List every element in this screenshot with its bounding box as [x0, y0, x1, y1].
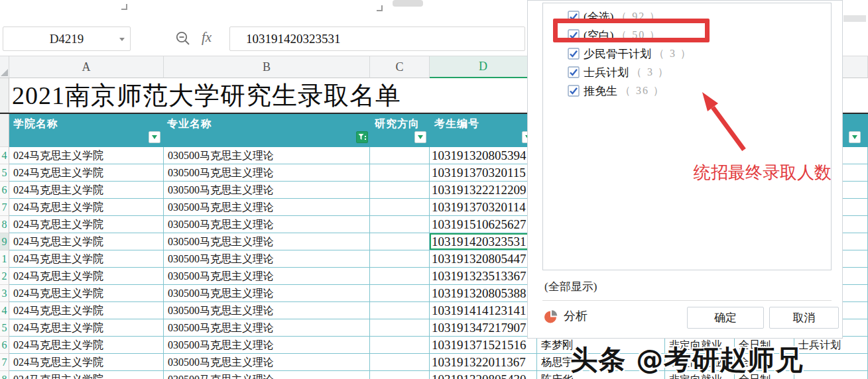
cell-major[interactable]: 030500马克思主义理论: [164, 268, 370, 285]
cell-candidate-id[interactable]: 103191370320115: [430, 164, 537, 182]
row-header[interactable]: 2: [0, 268, 9, 285]
row-header[interactable]: 8: [0, 216, 9, 233]
cell-college[interactable]: 024马克思主义学院: [9, 164, 164, 182]
cell-major[interactable]: 030500马克思主义理论: [164, 302, 370, 319]
cell-direction[interactable]: [370, 354, 430, 371]
cell-direction[interactable]: [370, 250, 430, 268]
column-header-b[interactable]: B: [164, 56, 370, 78]
cell-college[interactable]: 024马克思主义学院: [9, 354, 164, 371]
analyze-action[interactable]: 分析: [544, 308, 588, 324]
filter-button-col-h[interactable]: [849, 131, 861, 143]
cell-direction[interactable]: [370, 164, 430, 182]
cell-candidate-id[interactable]: 103191414123141: [430, 302, 537, 319]
checkbox-checked-icon[interactable]: [568, 85, 580, 97]
cell-college[interactable]: 024马克思主义学院: [9, 216, 164, 233]
cell-candidate-id[interactable]: 103191510625627: [430, 216, 537, 233]
filter-button-direction[interactable]: [414, 131, 426, 143]
cell-major[interactable]: 030500马克思主义理论: [164, 285, 370, 302]
cell-plan-type[interactable]: [794, 354, 868, 371]
cell-candidate-id[interactable]: 103191320805430: [430, 371, 537, 379]
cell-candidate-id[interactable]: 103191320805394: [430, 147, 537, 164]
cell-college[interactable]: 024马克思主义学院: [9, 250, 164, 268]
cell-direction[interactable]: [370, 302, 430, 319]
cell-major[interactable]: 030500马克思主义理论: [164, 164, 370, 182]
name-box[interactable]: D4219: [3, 27, 131, 51]
row-header[interactable]: 9: [0, 233, 9, 250]
cell-college[interactable]: 024马克思主义学院: [9, 233, 164, 250]
checkbox-checked-icon[interactable]: [568, 66, 580, 78]
filter-button-college[interactable]: [149, 131, 160, 143]
cell-plan-type[interactable]: 士兵计划: [794, 337, 868, 354]
cancel-button[interactable]: 取消: [769, 307, 839, 329]
show-all-link[interactable]: (全部显示): [544, 279, 597, 294]
checkbox-checked-icon[interactable]: [568, 48, 580, 60]
column-header-c[interactable]: C: [370, 56, 430, 78]
row-header-band[interactable]: [0, 114, 9, 147]
cell-direction[interactable]: [370, 199, 430, 216]
cell-major[interactable]: 030500马克思主义理论: [164, 233, 370, 250]
column-header-d-selected[interactable]: D: [430, 56, 537, 78]
cell-direction[interactable]: [370, 268, 430, 285]
cell-college[interactable]: 024马克思主义学院: [9, 302, 164, 319]
cell-plan-type[interactable]: [794, 371, 868, 379]
row-header-title[interactable]: [0, 78, 9, 113]
cell-candidate-id[interactable]: 103191320805447: [430, 250, 537, 268]
cell-direction[interactable]: [370, 371, 430, 379]
cell-candidate-id[interactable]: 103191320805388: [430, 285, 537, 302]
row-header[interactable]: 7: [0, 354, 9, 371]
column-header-a[interactable]: A: [9, 56, 164, 78]
row-header[interactable]: 5: [0, 319, 9, 337]
cell-candidate-id[interactable]: 103191322212209: [430, 182, 537, 199]
cell-college[interactable]: 024马克思主义学院: [9, 199, 164, 216]
cell-college[interactable]: 024马克思主义学院: [9, 319, 164, 337]
cell-direction[interactable]: [370, 337, 430, 354]
row-header[interactable]: 5: [0, 164, 9, 182]
row-header[interactable]: 3: [0, 285, 9, 302]
cell-direction[interactable]: [370, 182, 430, 199]
cell-major[interactable]: 030500马克思主义理论: [164, 371, 370, 379]
zoom-out-icon[interactable]: [175, 30, 192, 48]
cell-major[interactable]: 030500马克思主义理论: [164, 337, 370, 354]
cell-direction[interactable]: [370, 319, 430, 337]
fx-icon[interactable]: fx: [202, 29, 212, 46]
cell-candidate-id[interactable]: 103191322011367: [430, 354, 537, 371]
row-header[interactable]: 8: [0, 371, 9, 379]
row-header[interactable]: 6: [0, 182, 9, 199]
cell-major[interactable]: 030500马克思主义理论: [164, 354, 370, 371]
cell-candidate-id[interactable]: 103191323513367: [430, 268, 537, 285]
cell-direction[interactable]: [370, 216, 430, 233]
filter-list-item[interactable]: 士兵计划 （ 3 ）: [543, 63, 831, 81]
cell-college[interactable]: 024马克思主义学院: [9, 268, 164, 285]
cell-candidate-id[interactable]: 103191347217907: [430, 319, 537, 337]
cell-college[interactable]: 024马克思主义学院: [9, 371, 164, 379]
formula-input[interactable]: 103191420323531: [229, 27, 525, 51]
row-header[interactable]: 7: [0, 199, 9, 216]
cell-direction[interactable]: [370, 147, 430, 164]
cell-candidate-id[interactable]: 103191371521516: [430, 337, 537, 354]
select-all-corner[interactable]: [0, 56, 9, 78]
cell-major[interactable]: 030500马克思主义理论: [164, 182, 370, 199]
cell-major[interactable]: 030500马克思主义理论: [164, 250, 370, 268]
cell-college[interactable]: 024马克思主义学院: [9, 337, 164, 354]
cell-direction[interactable]: [370, 233, 430, 250]
cell-candidate-id[interactable]: 103191420323531: [430, 233, 537, 250]
cell-college[interactable]: 024马克思主义学院: [9, 285, 164, 302]
cell-major[interactable]: 030500马克思主义理论: [164, 319, 370, 337]
cell-college[interactable]: 024马克思主义学院: [9, 147, 164, 164]
filter-list-item[interactable]: 推免生 （ 36 ）: [543, 81, 831, 100]
row-header[interactable]: 4: [0, 302, 9, 319]
cell-candidate-id[interactable]: 103191370320114: [430, 199, 537, 216]
row-header[interactable]: 4: [0, 147, 9, 164]
row-header[interactable]: 1: [0, 250, 9, 268]
ok-button[interactable]: 确定: [687, 307, 764, 329]
filter-button-major-active[interactable]: [356, 131, 368, 143]
cell-major[interactable]: 030500马克思主义理论: [164, 147, 370, 164]
cell-direction[interactable]: [370, 285, 430, 302]
row-header[interactable]: 6: [0, 337, 9, 354]
filter-item-count: （ 3 ）: [654, 47, 692, 61]
filter-list-item[interactable]: 少民骨干计划 （ 3 ）: [543, 44, 831, 63]
cell-major[interactable]: 030500马克思主义理论: [164, 199, 370, 216]
name-box-caret-icon[interactable]: [119, 38, 125, 41]
cell-major[interactable]: 030500马克思主义理论: [164, 216, 370, 233]
cell-college[interactable]: 024马克思主义学院: [9, 182, 164, 199]
